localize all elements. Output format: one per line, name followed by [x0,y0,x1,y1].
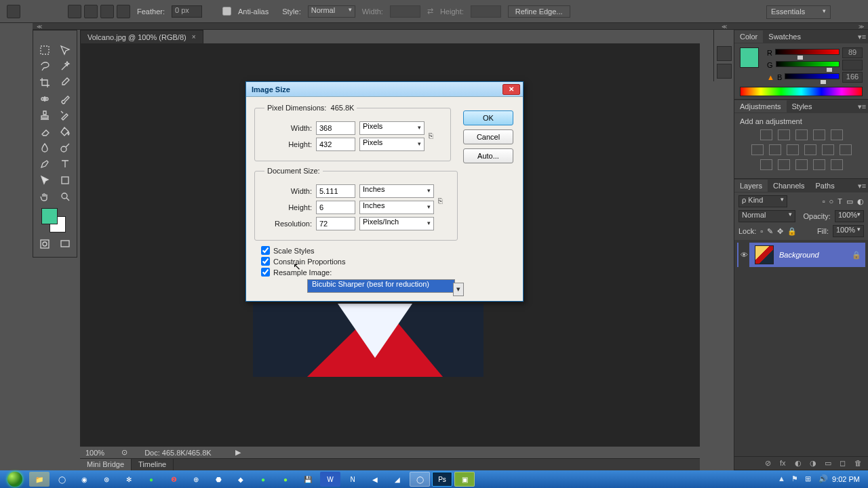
panel-menu-icon[interactable]: ▾≡ [856,33,868,41]
crop-tool-icon[interactable] [35,75,54,90]
close-icon[interactable]: ✕ [502,84,520,95]
status-more-icon[interactable]: ▶ [235,448,241,457]
shape-tool-icon[interactable] [56,173,75,188]
taskbar-app-icon[interactable]: ⬣ [208,472,229,487]
resolution-input[interactable] [316,217,355,230]
vibrance-icon[interactable] [831,129,843,140]
tab-paths[interactable]: Paths [810,180,840,192]
taskbar-app-icon[interactable]: ⊕ [186,472,206,487]
constrain-checkbox[interactable] [261,257,270,266]
auto-button[interactable]: Auto... [463,148,513,163]
mask-icon[interactable]: ◐ [795,459,804,468]
hue-icon[interactable] [751,144,764,155]
opacity-input[interactable]: 100% [835,210,864,222]
color-swatch[interactable] [39,207,71,234]
r-slider[interactable] [775,49,840,57]
b-slider[interactable] [785,73,840,81]
blur-tool-icon[interactable] [35,140,54,155]
adj-layer-icon[interactable]: ◑ [810,459,819,468]
hand-tool-icon[interactable] [35,189,54,204]
document-tab[interactable]: Volcano.jpg @ 100% (RGB/8) × [80,30,203,43]
eraser-tool-icon[interactable] [35,124,54,139]
tab-mini-bridge[interactable]: Mini Bridge [80,459,132,470]
taskbar-app-icon[interactable]: ◢ [387,472,408,487]
tab-adjustments[interactable]: Adjustments [734,100,787,113]
tab-channels[interactable]: Channels [768,180,810,192]
tray-net-icon[interactable]: ⊞ [805,474,814,484]
selection-sub-icon[interactable] [100,5,114,18]
taskbar-app-icon[interactable]: N [342,472,363,487]
collapse-left-icon[interactable]: ≪ [37,24,42,30]
selection-add-icon[interactable] [84,5,98,18]
taskbar-app-icon[interactable]: ● [253,472,273,487]
taskbar-photoshop-icon[interactable]: Ps [432,472,452,487]
cancel-button[interactable]: Cancel [463,129,513,144]
taskbar-app-icon[interactable]: ✻ [119,472,139,487]
levels-icon[interactable] [778,129,790,140]
doc-height-input[interactable] [316,201,355,214]
doc-width-input[interactable] [316,184,355,198]
type-tool-icon[interactable] [56,157,75,171]
feather-input[interactable]: 0 px [172,5,202,18]
tool-preset-icon[interactable] [7,5,20,18]
taskbar-app-icon[interactable]: ◉ [74,472,94,487]
lasso-tool-icon[interactable] [35,59,54,74]
clock[interactable]: 9:02 PM [832,475,860,483]
filter-kind-select[interactable]: ρ Kind [738,195,787,207]
link-icon[interactable]: ⎘ [434,197,446,205]
bw-icon[interactable] [769,144,781,155]
trash-icon[interactable]: 🗑 [854,459,864,468]
taskbar-app-icon[interactable]: ◆ [231,472,251,487]
layer-row[interactable]: 👁 Background 🔒 [737,243,865,267]
quickmask-icon[interactable] [35,237,54,251]
taskbar-app-icon[interactable]: ● [275,472,296,487]
doc-width-unit[interactable]: Inches [359,184,434,198]
collapse-right-icon[interactable]: ≫ [859,24,864,30]
blend-mode-select[interactable]: Normal [738,210,795,222]
fill-input[interactable]: 100% [833,225,864,237]
taskbar-app-icon[interactable]: ◀ [365,472,385,487]
taskbar-explorer-icon[interactable]: 📁 [29,472,50,487]
move-tool-icon[interactable] [56,43,75,58]
layer-thumbnail[interactable] [755,245,774,264]
color-preview[interactable] [740,47,759,68]
pixel-width-unit[interactable]: Pixels [359,121,425,135]
taskbar-app-icon[interactable]: ▣ [454,472,475,487]
group-icon[interactable]: ▭ [825,459,834,468]
invert-icon[interactable] [840,144,852,155]
fx-icon[interactable]: fx [780,459,789,468]
tab-styles[interactable]: Styles [787,100,818,113]
screenmode-icon[interactable] [56,237,75,251]
properties-panel-icon[interactable] [717,64,732,79]
gradient-map-icon[interactable] [795,159,808,170]
refine-edge-button[interactable]: Refine Edge... [508,5,570,18]
eyedropper-tool-icon[interactable] [56,75,75,90]
curves-icon[interactable] [795,129,808,140]
selection-new-icon[interactable] [68,5,81,18]
brightness-icon[interactable] [760,129,772,140]
color-ramp[interactable] [740,87,863,96]
style-select[interactable]: Normal [308,5,355,18]
workspace-select[interactable]: Essentials [766,5,831,19]
wand-tool-icon[interactable] [56,59,75,74]
tab-timeline[interactable]: Timeline [132,459,174,470]
pixel-width-input[interactable] [316,121,355,135]
selection-intersect-icon[interactable] [117,5,130,18]
marquee-tool-icon[interactable] [35,43,54,58]
taskbar-app-icon[interactable]: ● [141,472,161,487]
tab-layers[interactable]: Layers [734,180,768,192]
history-panel-icon[interactable] [717,46,732,61]
exposure-icon[interactable] [813,129,825,140]
visibility-icon[interactable]: 👁 [738,243,749,267]
g-slider[interactable] [776,61,840,69]
taskbar-word-icon[interactable]: W [320,472,340,487]
selective-icon[interactable] [813,159,825,170]
status-info-icon[interactable]: ⊙ [121,448,127,457]
photo-filter-icon[interactable] [787,144,799,155]
scale-styles-checkbox[interactable] [261,246,270,255]
resolution-unit[interactable]: Pixels/Inch [359,217,434,230]
zoom-tool-icon[interactable] [56,189,75,204]
stamp-tool-icon[interactable] [35,108,54,123]
panel-menu-icon[interactable]: ▾≡ [856,182,868,190]
tray-up-icon[interactable]: ▲ [778,474,787,484]
